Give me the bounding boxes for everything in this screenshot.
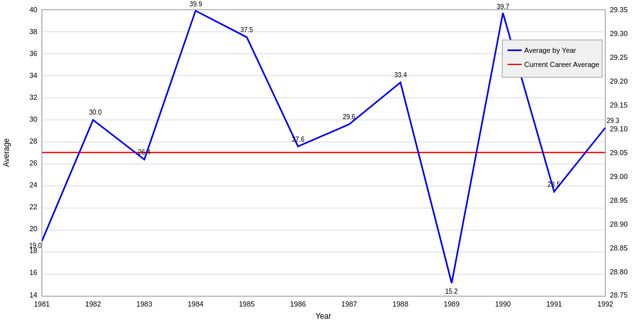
x-label-1989: 1989 [444,300,459,308]
y-right-label-2900: 29.00 [610,173,628,180]
data-label-1990: 39.7 [497,3,509,10]
x-label-1992: 1992 [598,300,613,308]
data-label-1981: 19.0 [29,242,42,249]
data-label-1982: 30.0 [89,109,102,116]
x-label-1984: 1984 [187,300,203,308]
legend-label-career-avg: Current Career Average [524,61,600,68]
main-chart: 40 38 36 34 32 30 28 26 24 22 20 18 16 1… [0,0,644,322]
y-left-label-30: 30 [30,115,37,123]
y-right-label-2935: 29.35 [610,6,628,14]
y-right-label-2910: 29.10 [610,125,628,133]
x-label-1991: 1991 [546,300,562,308]
y-right-label-2890: 28.90 [610,220,628,228]
data-label-1992: 29.3 [607,117,620,124]
data-label-1985: 37.5 [240,26,253,33]
y-left-label-16: 16 [30,269,37,276]
y-left-label-22: 22 [30,203,37,211]
legend-label-avg-year: Average by Year [524,46,576,54]
y-right-label-2905: 29.05 [610,149,628,156]
y-left-label-36: 36 [30,50,37,57]
x-label-1981: 1981 [34,300,50,308]
x-label-1990: 1990 [495,300,511,308]
data-label-1991: 23.5 [547,181,560,188]
data-label-1987: 29.6 [343,113,355,120]
y-right-label-2915: 29.15 [610,101,628,109]
y-left-label-14: 14 [30,291,37,299]
data-label-1984: 39.9 [189,1,202,8]
y-axis-title: Average [2,138,11,167]
y-right-label-2895: 28.95 [610,196,628,204]
x-label-1985: 1985 [239,300,254,308]
legend-box [502,40,602,77]
data-label-1983: 26.4 [138,149,151,156]
y-left-label-40: 40 [30,6,37,14]
x-label-1986: 1986 [290,300,305,308]
data-label-1986: 27.6 [292,136,305,143]
y-right-label-2920: 29.20 [610,77,628,85]
y-left-label-26: 26 [30,159,37,167]
y-right-label-2875: 28.75 [610,291,628,299]
x-label-1987: 1987 [341,300,357,308]
x-label-1983: 1983 [137,300,152,308]
chart-container: 40 38 36 34 32 30 28 26 24 22 20 18 16 1… [0,0,644,322]
y-left-label-20: 20 [30,225,37,232]
y-left-label-24: 24 [30,181,37,189]
x-axis-title: Year [316,312,331,321]
y-right-label-2925: 29.25 [610,53,628,61]
y-left-label-38: 38 [30,28,37,35]
x-label-1982: 1982 [85,300,100,308]
y-left-label-34: 34 [30,71,37,79]
data-label-1988: 33.4 [394,71,407,79]
y-right-label-2930: 29.30 [610,30,628,37]
y-left-label-28: 28 [30,137,37,145]
y-right-label-2880: 28.80 [610,268,628,276]
x-label-1988: 1988 [393,300,408,308]
y-right-label-2885: 28.85 [610,244,628,252]
data-label-1989: 15.2 [445,288,458,295]
y-left-label-32: 32 [30,93,37,101]
